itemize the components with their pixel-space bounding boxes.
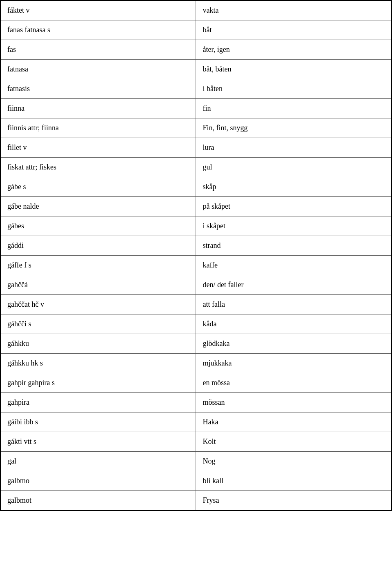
entry-left-5: fiinna [0, 99, 196, 118]
table-row: gábesi skåpet [0, 216, 392, 236]
entry-right-11: i skåpet [196, 216, 392, 236]
table-row: gahččáden/ det faller [0, 275, 392, 295]
entry-left-19: gahpir gahpira s [0, 373, 196, 393]
table-row: fanas fatnasa sbåt [0, 20, 392, 40]
entry-left-22: gákti vtt s [0, 432, 196, 452]
entry-right-18: mjukkaka [196, 354, 392, 373]
entry-left-18: gáhkku hk s [0, 354, 196, 373]
entry-left-23: gal [0, 452, 196, 471]
table-row: gahččat hč vatt falla [0, 295, 392, 314]
entry-left-3: fatnasa [0, 60, 196, 79]
table-row: gábe naldepå skåpet [0, 197, 392, 216]
entry-left-8: fiskat attr; fiskes [0, 158, 196, 177]
entry-right-17: glödkaka [196, 334, 392, 354]
table-row: gábe sskåp [0, 177, 392, 197]
entry-left-21: gáibi ibb s [0, 412, 196, 432]
entry-right-24: bli kall [196, 471, 392, 491]
table-row: gáhkkuglödkaka [0, 334, 392, 354]
table-row: gáhčči skåda [0, 314, 392, 334]
entry-right-3: båt, båten [196, 60, 392, 79]
table-row: galbmotFrysa [0, 491, 392, 511]
entry-left-1: fanas fatnasa s [0, 20, 196, 40]
entry-left-4: fatnasis [0, 79, 196, 99]
table-row: fiinnafin [0, 99, 392, 118]
entry-right-0: vakta [196, 0, 392, 20]
entry-right-16: kåda [196, 314, 392, 334]
table-row: fillet vlura [0, 138, 392, 158]
entry-left-2: fas [0, 40, 196, 60]
entry-left-9: gábe s [0, 177, 196, 197]
entry-right-22: Kolt [196, 432, 392, 452]
table-row: gahpiramössan [0, 393, 392, 412]
entry-left-10: gábe nalde [0, 197, 196, 216]
table-row: gáffe f skaffe [0, 256, 392, 275]
entry-left-13: gáffe f s [0, 256, 196, 275]
entry-left-11: gábes [0, 216, 196, 236]
entry-right-4: i båten [196, 79, 392, 99]
entry-right-9: skåp [196, 177, 392, 197]
entry-right-2: åter, igen [196, 40, 392, 60]
entry-right-7: lura [196, 138, 392, 158]
entry-left-14: gahččá [0, 275, 196, 295]
entry-left-12: gáddi [0, 236, 196, 256]
entry-left-17: gáhkku [0, 334, 196, 354]
entry-left-7: fillet v [0, 138, 196, 158]
table-row: fasåter, igen [0, 40, 392, 60]
table-row: fáktet vvakta [0, 0, 392, 20]
entry-right-8: gul [196, 158, 392, 177]
entry-right-14: den/ det faller [196, 275, 392, 295]
entry-left-6: fiinnis attr; fiinna [0, 118, 196, 138]
entry-right-15: att falla [196, 295, 392, 314]
table-row: fatnasisi båten [0, 79, 392, 99]
entry-left-25: galbmot [0, 491, 196, 511]
table-row: fiinnis attr; fiinnaFin, fint, snygg [0, 118, 392, 138]
entry-right-19: en mössa [196, 373, 392, 393]
entry-right-12: strand [196, 236, 392, 256]
table-row: fiskat attr; fiskesgul [0, 158, 392, 177]
table-row: gáibi ibb sHaka [0, 412, 392, 432]
entry-right-21: Haka [196, 412, 392, 432]
dictionary-table: fáktet vvaktafanas fatnasa sbåtfasåter, … [0, 0, 392, 511]
entry-right-1: båt [196, 20, 392, 40]
table-row: gákti vtt sKolt [0, 432, 392, 452]
entry-left-24: galbmo [0, 471, 196, 491]
entry-left-16: gáhčči s [0, 314, 196, 334]
entry-left-15: gahččat hč v [0, 295, 196, 314]
table-row: gahpir gahpira sen mössa [0, 373, 392, 393]
entry-right-5: fin [196, 99, 392, 118]
entry-right-6: Fin, fint, snygg [196, 118, 392, 138]
table-row: fatnasabåt, båten [0, 60, 392, 79]
table-row: gáddistrand [0, 236, 392, 256]
entry-right-23: Nog [196, 452, 392, 471]
table-row: galNog [0, 452, 392, 471]
entry-right-25: Frysa [196, 491, 392, 511]
entry-right-20: mössan [196, 393, 392, 412]
entry-right-13: kaffe [196, 256, 392, 275]
entry-left-0: fáktet v [0, 0, 196, 20]
table-row: galbmobli kall [0, 471, 392, 491]
entry-right-10: på skåpet [196, 197, 392, 216]
entry-left-20: gahpira [0, 393, 196, 412]
table-row: gáhkku hk smjukkaka [0, 354, 392, 373]
